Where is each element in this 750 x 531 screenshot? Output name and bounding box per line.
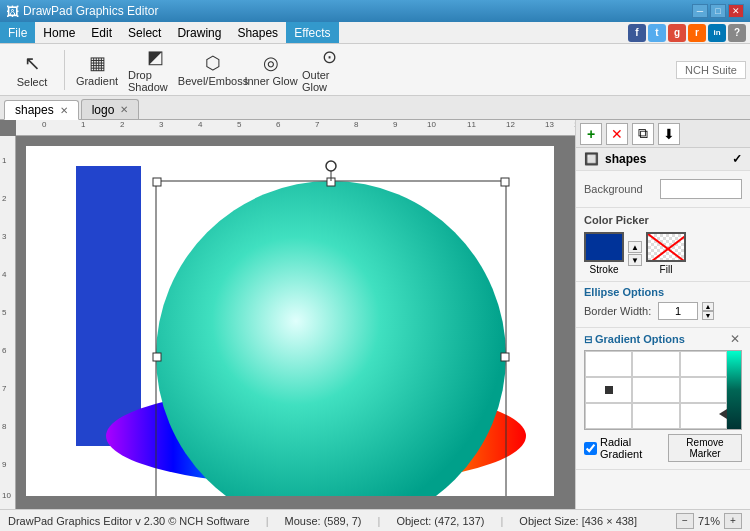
select-label: Select [17,76,48,88]
toolbar-separator-1 [64,50,65,90]
zoom-in-button[interactable]: + [724,513,742,529]
merge-layer-button[interactable]: ⬇ [658,123,680,145]
bevel-icon: ⬡ [205,52,221,74]
menu-file[interactable]: File [0,22,35,43]
handle-mr [501,353,509,361]
canvas-white[interactable] [26,146,554,496]
nch-label: NCH Suite [685,64,737,76]
border-width-spinner: ▲ ▼ [702,302,714,320]
statusbar: DrawPad Graphics Editor v 2.30 © NCH Sof… [0,509,750,531]
grid-cell-01 [632,351,679,377]
collapse-icon[interactable]: ⊟ [584,334,592,345]
app-info: DrawPad Graphics Editor v 2.30 © NCH Sof… [8,515,250,527]
delete-layer-button[interactable]: ✕ [606,123,628,145]
menu-home[interactable]: Home [35,22,83,43]
rss-icon[interactable]: r [688,24,706,42]
menu-shapes[interactable]: Shapes [229,22,286,43]
gradient-close-button[interactable]: ✕ [728,332,742,346]
center-dot [605,386,613,394]
spin-down[interactable]: ▼ [702,311,714,320]
duplicate-layer-button[interactable]: ⧉ [632,123,654,145]
tab-logo[interactable]: logo ✕ [81,99,140,119]
fill-pattern [648,234,686,262]
radial-gradient-checkbox[interactable] [584,442,597,455]
select-tool[interactable]: ↖ Select [4,47,60,93]
remove-marker-button[interactable]: Remove Marker [668,434,742,462]
color-row: Stroke ▲ ▼ [584,232,742,275]
gradient-title: ⊟ Gradient Options [584,333,685,345]
right-panel: + ✕ ⧉ ⬇ 🔲 shapes ✓ Background Color Pick… [575,120,750,509]
drawing-svg [26,146,554,496]
grid-cell-02 [680,351,727,377]
zoom-area: − 71% + [676,513,742,529]
spin-up[interactable]: ▲ [702,302,714,311]
border-width-label: Border Width: [584,305,654,317]
twitter-icon[interactable]: t [648,24,666,42]
grid-cell-12 [680,377,727,403]
ellipse-title: Ellipse Options [584,286,742,298]
layer-name: shapes [605,152,646,166]
fill-swatch[interactable] [646,232,686,262]
menu-drawing[interactable]: Drawing [169,22,229,43]
menu-effects[interactable]: Effects [286,22,338,43]
inner-glow-label: Inner Glow [244,75,297,87]
ruler-top: 0 1 2 3 4 5 6 7 8 9 10 11 12 13 14 [16,120,575,136]
background-section: Background [576,171,750,208]
gradient-preview[interactable] [584,350,742,430]
canvas-area[interactable]: 0 1 2 3 4 5 6 7 8 9 10 11 12 13 14 1 2 3 [0,120,575,509]
drop-shadow-tool[interactable]: ◩ Drop Shadow [127,47,183,93]
stroke-swatch[interactable] [584,232,624,262]
tabs-bar: shapes ✕ logo ✕ [0,96,750,120]
minimize-button[interactable]: ─ [692,4,708,18]
radial-gradient-checkbox-label[interactable]: Radial Gradient [584,436,662,460]
handle-tl [153,178,161,186]
color-picker-title: Color Picker [584,214,742,226]
object-size: Object Size: [436 × 438] [519,515,637,527]
maximize-button[interactable]: □ [710,4,726,18]
menu-edit[interactable]: Edit [83,22,120,43]
grid-cell-20 [585,403,632,429]
rotation-handle [326,161,336,171]
blue-rect [76,166,141,446]
menu-select[interactable]: Select [120,22,169,43]
gradient-title-text: Gradient Options [595,333,685,345]
sphere [156,181,506,496]
gradient-tool[interactable]: ▦ Gradient [69,47,125,93]
layer-title-row: 🔲 shapes ✓ [576,148,750,171]
color-bar[interactable] [727,351,741,429]
background-input[interactable] [660,179,742,199]
tab-shapes[interactable]: shapes ✕ [4,100,79,120]
gradient-marker [719,409,727,419]
select-icon: ↖ [24,51,41,75]
outer-glow-tool[interactable]: ⊙ Outer Glow [301,47,357,93]
panel-toolbar: + ✕ ⧉ ⬇ [576,120,750,148]
swap-up-arrow[interactable]: ▲ [628,241,642,253]
border-width-row: Border Width: ▲ ▼ [584,302,742,320]
border-width-input[interactable] [658,302,698,320]
tab-logo-close[interactable]: ✕ [120,104,128,115]
swap-down-arrow[interactable]: ▼ [628,254,642,266]
social-icons-area: f t g r in ? [628,24,746,42]
gradient-options-section: ⊟ Gradient Options ✕ [576,328,750,470]
close-button[interactable]: ✕ [728,4,744,18]
handle-ml [153,353,161,361]
tab-shapes-close[interactable]: ✕ [60,105,68,116]
facebook-icon[interactable]: f [628,24,646,42]
menubar: File Home Edit Select Drawing Shapes Eff… [0,22,750,44]
tab-logo-label: logo [92,103,115,117]
nch-suite-button[interactable]: NCH Suite [676,61,746,79]
bevel-emboss-tool[interactable]: ⬡ Bevel/Emboss [185,47,241,93]
add-layer-button[interactable]: + [580,123,602,145]
outer-glow-label: Outer Glow [302,69,356,93]
help-icon[interactable]: ? [728,24,746,42]
color-picker-section: Color Picker Stroke ▲ ▼ [576,208,750,282]
handle-tr [501,178,509,186]
app-icon: 🖼 [6,4,19,19]
color-swap-arrows: ▲ ▼ [628,241,642,266]
zoom-out-button[interactable]: − [676,513,694,529]
google-icon[interactable]: g [668,24,686,42]
linkedin-icon[interactable]: in [708,24,726,42]
inner-glow-tool[interactable]: ◎ Inner Glow [243,47,299,93]
outer-glow-icon: ⊙ [322,46,337,68]
zoom-level: 71% [698,515,720,527]
